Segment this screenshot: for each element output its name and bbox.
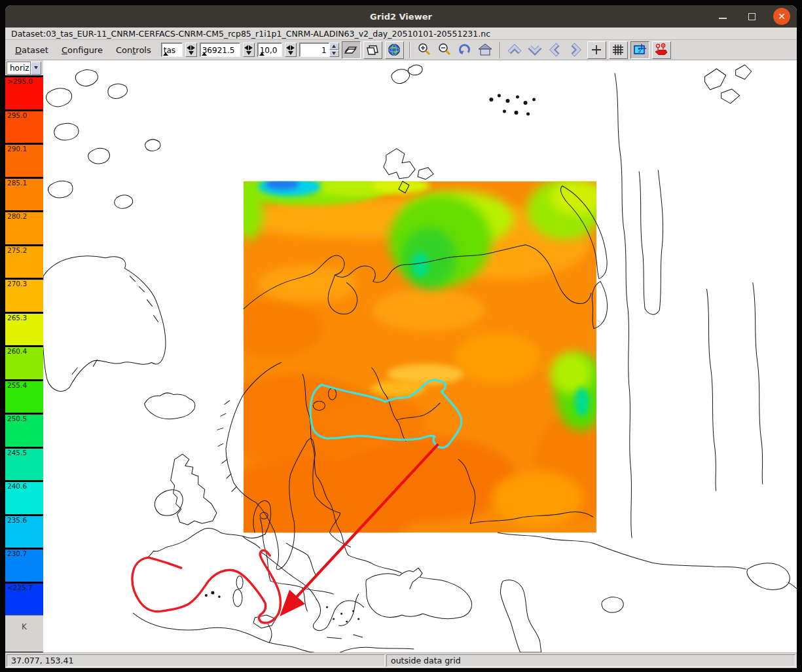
combo-tick-icon [202,52,207,56]
undo-rotate-button[interactable] [456,41,474,59]
grid-icon [612,44,624,56]
chevron-up-button[interactable] [506,41,524,59]
colorbar-cell: 230.7 [5,548,43,582]
title-bar: Grid2 Viewer ✕ [5,5,797,28]
status-bar: 37.077, 153.41 outside data grid [5,652,797,668]
colorbar-cell: <225.7 [5,582,43,616]
globe-icon [388,43,401,56]
display-crosshair-button[interactable]: 5 [630,41,649,59]
menu-controls[interactable]: Controls [113,43,155,57]
display-crosshair-icon: 5 [632,43,647,56]
level-field[interactable] [257,43,282,57]
status-message: outside data grid [386,654,795,667]
time-input[interactable] [202,45,238,56]
probe-red-button[interactable] [652,41,671,59]
colorbar-cell: 270.3 [5,278,43,312]
colorbar-cell: 285.1 [5,177,43,211]
svg-text:5: 5 [638,48,641,54]
colorbar-panel: horiz >295.0 295.0 290.1 285.1 280.2 275… [5,60,43,652]
map-canvas[interactable] [43,60,797,652]
grid-button[interactable] [609,41,628,59]
menu-dataset[interactable]: Dataset [12,43,52,57]
colorbar-cell: 240.6 [5,480,43,514]
toolbar-separator [409,42,410,58]
app-window: Grid2 Viewer ✕ Dataset: 03_tas_EUR-11_CN… [5,5,797,668]
colorbar-cell: 265.3 [5,312,43,346]
menu-configure[interactable]: Configure [58,43,106,57]
colorbar-cell: >295.0 [5,75,43,109]
chevron-left-icon [548,42,562,58]
level-stepper[interactable] [285,43,297,57]
dataset-label: Dataset: [11,29,46,39]
colorbar-cell: 255.4 [5,379,43,413]
combo-tick-icon [259,52,264,56]
combo-tick-icon [163,52,168,56]
status-coordinates: 37.077, 153.41 [7,654,385,667]
home-icon [477,43,493,57]
temperature-raster [209,174,619,554]
minimize-icon [719,14,727,19]
zoom-in-button[interactable] [416,41,433,59]
red-region-outline [132,550,280,623]
dataset-bar: Dataset: 03_tas_EUR-11_CNRM-CERFACS-CNRM… [5,28,797,40]
close-button[interactable]: ✕ [773,8,790,25]
colorbar-cell: 250.5 [5,413,43,447]
colorbar: >295.0 295.0 290.1 285.1 280.2 275.2 270… [5,75,43,615]
frame-input[interactable] [302,45,327,56]
home-button[interactable] [477,41,494,59]
time-stepper[interactable] [243,43,255,57]
colorbar-cell: 295.0 [5,109,43,143]
zoom-in-icon [417,43,431,57]
colorbar-cell: 245.5 [5,447,43,481]
dataset-filename: 03_tas_EUR-11_CNRM-CERFACS-CNRM-CM5_rcp8… [46,29,490,39]
chevron-down-button[interactable] [526,41,544,59]
print-pages-icon [344,44,358,56]
copy-pages-button[interactable] [363,41,382,59]
variable-stepper[interactable] [185,43,197,57]
map-svg [43,60,797,652]
colorbar-cell: 280.2 [5,210,43,244]
plus-icon [591,44,602,56]
colorbar-units: K [5,615,43,652]
time-field[interactable] [200,43,240,57]
toolbar: Dataset Configure Controls [5,40,797,60]
colorbar-cell: 290.1 [5,143,43,177]
view-mode-selector[interactable]: horiz [7,62,41,75]
plus-button[interactable] [587,41,606,59]
chevron-down-icon [527,43,543,57]
window-title: Grid2 Viewer [5,12,797,22]
copy-pages-icon [365,44,380,56]
toolbar-separator [500,42,501,58]
frame-down-button[interactable] [329,50,339,57]
maximize-icon [748,13,756,20]
chevron-right-icon [568,42,583,58]
minimize-button[interactable] [716,9,730,24]
variable-field[interactable] [161,43,183,57]
zoom-out-icon [437,43,452,57]
chevron-left-button[interactable] [547,41,564,59]
colorbar-cell: 235.6 [5,514,43,548]
globe-button[interactable] [385,41,404,59]
frame-up-button[interactable] [329,43,339,50]
chevron-right-button[interactable] [567,41,585,59]
colorbar-cell: 275.2 [5,244,43,278]
undo-rotate-icon [458,43,472,57]
colorbar-cell: 260.4 [5,345,43,379]
zoom-out-button[interactable] [436,41,454,59]
maximize-button[interactable] [744,9,759,24]
frame-spinbox[interactable] [299,43,339,57]
print-pages-button[interactable] [342,41,361,59]
probe-red-icon [654,43,668,56]
chevron-up-icon [507,43,522,57]
view-mode-value: horiz [7,62,31,75]
chevron-down-icon[interactable] [31,62,41,75]
